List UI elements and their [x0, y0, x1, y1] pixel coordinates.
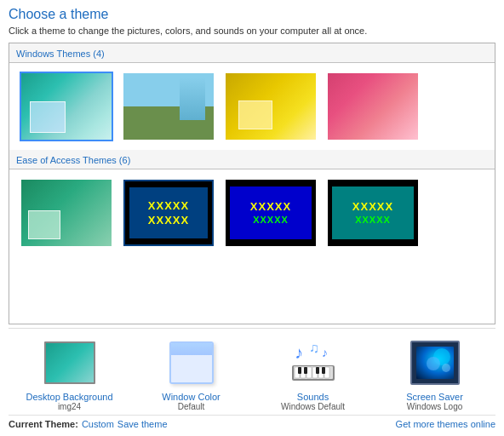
- theme-aurora-preview[interactable]: [20, 72, 113, 141]
- themes-panel[interactable]: Windows Themes (4): [9, 43, 495, 324]
- yellow-bg: [226, 73, 316, 140]
- desktop-bg-sublabel: img24: [58, 402, 81, 411]
- theme-ea2[interactable]: XXXXX XXXXX: [122, 178, 215, 248]
- theme-ea2-preview[interactable]: XXXXX XXXXX: [122, 178, 215, 248]
- ea4-inner: XXXXX XXXXX: [332, 186, 413, 239]
- ea2-label2: XXXXX: [148, 214, 189, 227]
- theme-flowers[interactable]: [326, 72, 420, 141]
- theme-aurora[interactable]: [20, 72, 113, 141]
- flowers-bg: [328, 73, 418, 140]
- desktop-background-button[interactable]: Desktop Background img24: [14, 336, 125, 411]
- desktop-bg-label: Desktop Background: [26, 392, 112, 402]
- current-theme-label: Current Theme:: [9, 419, 78, 429]
- ea3-label2: XXXXX: [253, 215, 289, 225]
- screen-saver-icon-area: [408, 336, 462, 390]
- sounds-button[interactable]: ♪ ♫ ♪ Sounds Windows Default: [258, 336, 369, 411]
- theme-landscape[interactable]: [122, 72, 215, 141]
- theme-yellow[interactable]: [224, 72, 318, 141]
- window-color-button[interactable]: Window Color Default: [136, 336, 247, 411]
- ea1-bg: [21, 180, 112, 246]
- screen-saver-label: Screen Saver: [406, 392, 463, 402]
- svg-rect-10: [316, 367, 319, 374]
- theme-yellow-preview[interactable]: [224, 72, 318, 141]
- theme-ea3-preview[interactable]: XXXXX XXXXX: [224, 178, 318, 248]
- sounds-icon-area: ♪ ♫ ♪: [286, 336, 341, 390]
- sounds-label: Sounds: [297, 392, 329, 402]
- page-subtitle: Click a theme to change the pictures, co…: [9, 26, 495, 36]
- ea2-inner: XXXXX XXXXX: [129, 187, 208, 238]
- svg-text:♪: ♪: [322, 346, 328, 359]
- window-color-icon: [169, 341, 214, 384]
- ea4-bg: XXXXX XXXXX: [328, 180, 418, 246]
- page-title: Choose a theme: [9, 7, 495, 22]
- svg-rect-8: [298, 367, 301, 374]
- bottom-toolbar: Desktop Background img24 Window Color De…: [9, 328, 495, 415]
- current-theme-value[interactable]: Custom: [82, 419, 114, 429]
- theme-ea4[interactable]: XXXXX XXXXX: [326, 178, 420, 248]
- svg-point-16: [427, 357, 440, 370]
- screen-saver-icon: [410, 341, 460, 385]
- svg-text:♪: ♪: [295, 343, 303, 362]
- theme-ea4-preview[interactable]: XXXXX XXXXX: [326, 178, 420, 248]
- screensaver-visual: [416, 347, 455, 381]
- ea4-label2: XXXXX: [355, 215, 391, 225]
- landscape-bg: [123, 73, 214, 140]
- windows-themes-grid: [9, 63, 495, 150]
- ea3-label1: XXXXX: [250, 200, 291, 213]
- sounds-sublabel: Windows Default: [281, 402, 345, 411]
- desktop-background-icon: [44, 341, 95, 384]
- window-color-sublabel: Default: [178, 402, 205, 411]
- aurora-bg: [21, 73, 112, 140]
- desktop-bg-icon-area: [43, 336, 97, 390]
- svg-point-17: [442, 364, 450, 372]
- page-container: Choose a theme Click a theme to change t…: [0, 0, 504, 436]
- window-color-label: Window Color: [162, 392, 220, 402]
- ea2-label1: XXXXX: [148, 199, 189, 212]
- svg-text:♫: ♫: [309, 341, 319, 355]
- sounds-icon: ♪ ♫ ♪: [288, 340, 339, 387]
- screen-saver-sublabel: Windows Logo: [407, 402, 463, 411]
- get-more-themes-link[interactable]: Get more themes online: [396, 419, 495, 429]
- ease-of-access-label: Ease of Access Themes (6): [9, 150, 495, 169]
- screen-saver-button[interactable]: Screen Saver Windows Logo: [380, 336, 490, 411]
- ea3-bg: XXXXX XXXXX: [226, 180, 316, 246]
- theme-landscape-preview[interactable]: [122, 72, 215, 141]
- ease-of-access-grid: XXXXX XXXXX XXXXX XXXXX: [9, 169, 495, 256]
- ea3-inner: XXXXX XXXXX: [230, 186, 311, 239]
- ea2-bg: XXXXX XXXXX: [123, 180, 214, 246]
- theme-ea3[interactable]: XXXXX XXXXX: [224, 178, 318, 248]
- theme-flowers-preview[interactable]: [326, 72, 420, 141]
- theme-ea1-preview[interactable]: [20, 178, 113, 248]
- svg-rect-9: [304, 367, 307, 374]
- window-color-icon-area: [164, 336, 219, 390]
- current-theme-bar: Current Theme: Custom Save theme Get mor…: [9, 415, 495, 431]
- ea4-label1: XXXXX: [352, 200, 393, 213]
- theme-ea1[interactable]: [20, 178, 113, 248]
- windows-themes-label: Windows Themes (4): [9, 43, 495, 63]
- svg-rect-11: [322, 367, 325, 374]
- save-theme-link[interactable]: Save theme: [117, 419, 168, 429]
